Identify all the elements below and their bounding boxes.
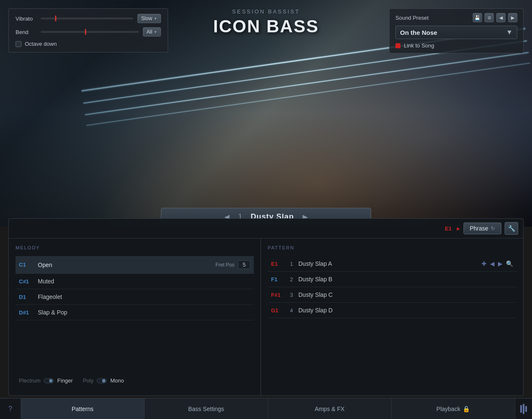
tab-patterns-label: Patterns [71, 406, 93, 412]
preset-icons: 💾 ⊘ ◀ ▶ [473, 13, 517, 22]
pattern-name-dusty-slap-c: Dusty Slap C [298, 291, 513, 298]
pattern-item[interactable]: F#1 3 Dusty Slap C [268, 287, 516, 303]
link-to-song-row: Link to Song [395, 42, 517, 49]
top-right-panel: Sound Preset 💾 ⊘ ◀ ▶ On the Nose ▼ Link … [389, 8, 524, 53]
plectrum-finger-toggle-switch[interactable] [44, 378, 54, 383]
melody-item[interactable]: C1 Open Fret Pos 5 [16, 256, 254, 274]
wrench-button[interactable]: 🔧 [505, 222, 518, 235]
link-to-song-label: Link to Song [404, 42, 434, 49]
vibrato-speed-dropdown[interactable]: Slow ▼ [137, 14, 161, 23]
pattern-actions-1: ✚ ◀ ▶ 🔍 [482, 260, 513, 267]
bend-dropdown-arrow: ▼ [154, 30, 157, 34]
melody-item[interactable]: D#1 Slap & Pop [16, 305, 254, 320]
pattern-note-e1: E1 [271, 261, 290, 267]
melody-note-c1: C1 [19, 262, 38, 268]
melody-item[interactable]: D1 Flageolet [16, 289, 254, 305]
bend-slider[interactable] [41, 31, 139, 33]
fret-pos-container: Fret Pos 5 [216, 260, 250, 269]
tab-playback[interactable]: Playback 🔒 [392, 398, 515, 419]
vibrato-row: Vibrato Slow ▼ [16, 14, 161, 23]
guitar-string-3 [85, 52, 529, 115]
search-pattern-icon[interactable]: 🔍 [506, 260, 513, 267]
plectrum-finger-toggle: Plectrum Finger [19, 377, 73, 384]
next-preset-button[interactable]: ▶ [508, 13, 517, 22]
help-icon: ? [8, 405, 12, 413]
prev-pattern-icon[interactable]: ◀ [490, 260, 495, 267]
app-subtitle: SESSION BASSIST [213, 8, 319, 15]
pattern-note-g1: G1 [271, 307, 290, 314]
tab-bass-settings[interactable]: Bass Settings [145, 398, 268, 419]
pattern-num-3: 3 [290, 292, 298, 298]
tab-amps-fx-label: Amps & FX [315, 406, 345, 412]
melody-title: MELODY [16, 245, 254, 250]
meter-bar-3 [525, 406, 527, 412]
octave-down-checkbox[interactable] [16, 41, 21, 47]
octave-down-row: Octave down [16, 41, 161, 47]
prev-icon: ◀ [499, 15, 503, 21]
pattern-item[interactable]: E1 1 Dusty Slap A ✚ ◀ ▶ 🔍 [268, 256, 516, 272]
mono-label: Mono [110, 377, 124, 384]
link-to-song-indicator [395, 43, 400, 48]
add-pattern-icon[interactable]: ✚ [482, 260, 487, 267]
next-pattern-icon[interactable]: ▶ [498, 260, 503, 267]
help-button[interactable]: ? [0, 398, 21, 419]
phrase-bar: E1 ▶ Phrase ↻ 🔧 [9, 219, 523, 238]
tab-amps-fx[interactable]: Amps & FX [268, 398, 392, 419]
melody-name-muted: Muted [38, 278, 250, 285]
fret-pos-value[interactable]: 5 [238, 260, 250, 269]
pattern-note-fs1: F#1 [271, 292, 290, 298]
phrase-button[interactable]: Phrase ↻ [464, 223, 501, 234]
play-style-row: Plectrum Finger Poly Mono [16, 372, 254, 389]
pattern-item[interactable]: F1 2 Dusty Slap B [268, 272, 516, 287]
tab-patterns[interactable]: Patterns [21, 398, 145, 419]
save-icon: 💾 [474, 15, 480, 21]
e1-indicator: E1 [445, 225, 452, 232]
bend-label: Bend [16, 29, 37, 35]
wrench-icon: 🔧 [508, 225, 515, 232]
save-preset-button[interactable]: 💾 [473, 13, 482, 22]
vibrato-slider[interactable] [41, 18, 133, 19]
pattern-title: PATTERN [268, 245, 516, 250]
clear-preset-button[interactable]: ⊘ [485, 13, 494, 22]
bend-row: Bend All ▼ [16, 27, 161, 37]
vibrato-label: Vibrato [16, 16, 37, 22]
poly-mono-toggle-switch[interactable] [97, 378, 107, 383]
phrase-label: Phrase [470, 225, 488, 232]
main-panel: E1 ▶ Phrase ↻ 🔧 MELODY C1 Open Fret Pos … [8, 218, 524, 396]
preset-name: On the Nose [400, 29, 437, 36]
next-icon: ▶ [511, 15, 514, 21]
bend-thumb [85, 29, 86, 35]
phrase-refresh-icon: ↻ [491, 225, 495, 231]
sound-preset-label: Sound Preset [395, 15, 429, 21]
pattern-name-dusty-slap-d: Dusty Slap D [298, 307, 513, 314]
e1-arrow: ▶ [457, 226, 460, 231]
vibrato-dropdown-arrow: ▼ [154, 17, 157, 21]
plectrum-label: Plectrum [19, 377, 40, 384]
tab-playback-label: Playback [437, 406, 461, 412]
bend-range-dropdown[interactable]: All ▼ [143, 27, 161, 37]
melody-name-flageolet: Flageolet [38, 293, 250, 300]
preset-dropdown-arrow: ▼ [506, 29, 513, 36]
meter-button[interactable] [515, 398, 532, 419]
lock-icon: 🔒 [463, 406, 470, 412]
app-title: ICON BASS [213, 16, 319, 37]
meter-bar-2 [523, 404, 524, 414]
poly-mono-toggle: Poly Mono [83, 377, 124, 384]
poly-label: Poly [83, 377, 93, 384]
finger-label: Finger [57, 377, 73, 384]
melody-list: C1 Open Fret Pos 5 C#1 Muted D1 Flageole… [16, 256, 254, 372]
melody-name-slap: Slap & Pop [38, 309, 250, 316]
vibrato-thumb [55, 16, 56, 21]
prev-preset-button[interactable]: ◀ [496, 13, 506, 22]
playback-lock-group: Playback 🔒 [437, 406, 470, 412]
content-split: MELODY C1 Open Fret Pos 5 C#1 Muted [9, 238, 523, 395]
top-left-panel: Vibrato Slow ▼ Bend All ▼ Octave down [8, 8, 168, 52]
pattern-item[interactable]: G1 4 Dusty Slap D [268, 303, 516, 318]
pattern-list: E1 1 Dusty Slap A ✚ ◀ ▶ 🔍 F1 2 Dusty Sla… [268, 256, 516, 389]
melody-note-ds1: D#1 [19, 309, 38, 316]
preset-name-dropdown[interactable]: On the Nose ▼ [395, 26, 517, 39]
tab-bass-settings-label: Bass Settings [188, 406, 224, 412]
pattern-num-4: 4 [290, 307, 298, 314]
guitar-string-4 [87, 63, 530, 126]
melody-item[interactable]: C#1 Muted [16, 274, 254, 289]
